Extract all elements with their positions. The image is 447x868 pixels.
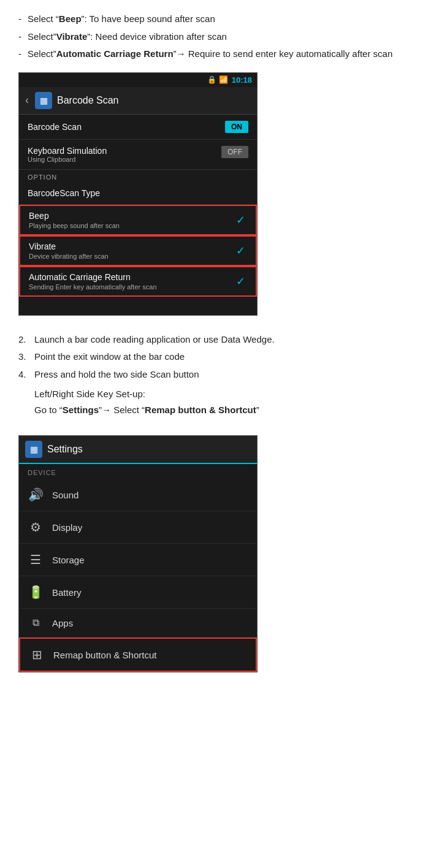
- status-bar: 🔒 📶 10:18: [19, 73, 257, 87]
- remap-label: Remap button & Shortcut: [53, 650, 156, 660]
- beep-bold: Beep: [59, 13, 82, 24]
- option-beep-sub: Playing beep sound after scan: [29, 222, 120, 229]
- numbered-steps: 2. Launch a bar code reading application…: [18, 333, 429, 382]
- option-acr-label: Automatic Carriage Return: [29, 272, 157, 282]
- apps-icon: ⧉: [28, 617, 44, 628]
- back-arrow-icon: ‹: [25, 94, 29, 107]
- display-label: Display: [52, 522, 82, 533]
- settings-item-sound[interactable]: 🔊 Sound: [19, 479, 257, 511]
- keyboard-sim-label: Keyboard Simulation: [28, 146, 107, 156]
- acr-bold: Automatic Carriage Return: [56, 48, 174, 59]
- apps-label: Apps: [52, 618, 73, 628]
- sound-label: Sound: [52, 490, 78, 500]
- phone-title-bar: ‹ ▦ Barcode Scan: [19, 87, 257, 115]
- app-icon: ▦: [35, 92, 52, 109]
- barcode-scan-row: Barcode Scan ON: [19, 115, 257, 140]
- battery-icon: 🔋: [28, 585, 44, 600]
- barcode-screen-title: Barcode Scan: [57, 95, 119, 106]
- settings-item-battery[interactable]: 🔋 Battery: [19, 576, 257, 609]
- barcode-scan-screenshot: 🔒 📶 10:18 ‹ ▦ Barcode Scan Barcode Scan …: [18, 72, 258, 316]
- battery-label: Battery: [52, 587, 82, 598]
- instruction-acr: - Select”Automatic Carriage Return”→ Req…: [18, 47, 429, 61]
- vibrate-checkbox[interactable]: ✓: [234, 244, 247, 257]
- option-vibrate[interactable]: Vibrate Device vibrating after scan ✓: [19, 235, 257, 266]
- settings-item-apps[interactable]: ⧉ Apps: [19, 609, 257, 638]
- device-header: DEVICE: [19, 464, 257, 479]
- option-vibrate-sub: Device vibrating after scan: [29, 253, 109, 260]
- option-beep-label: Beep: [29, 211, 120, 221]
- step-4: 4. Press and hold the two side Scan butt…: [18, 368, 429, 382]
- settings-title: Settings: [47, 444, 83, 455]
- step-2: 2. Launch a bar code reading application…: [18, 333, 429, 347]
- settings-item-storage[interactable]: ☰ Storage: [19, 544, 257, 576]
- settings-screenshot: ▦ Settings DEVICE 🔊 Sound ⚙ Display ☰ St…: [18, 435, 258, 672]
- option-vibrate-label: Vibrate: [29, 242, 109, 251]
- option-acr[interactable]: Automatic Carriage Return Sending Enter …: [19, 266, 257, 297]
- acr-checkbox[interactable]: ✓: [234, 275, 247, 288]
- barcode-type-row: BarcodeScan Type: [19, 182, 257, 205]
- barcode-scan-label: Barcode Scan: [28, 122, 82, 132]
- step-3: 3. Point the exit window at the bar code: [18, 350, 429, 364]
- side-key-setup: Left/Right Side Key Set-up:: [34, 387, 429, 402]
- option-acr-sub: Sending Enter key automatically after sc…: [29, 283, 157, 291]
- settings-nav-instruction: Go to “Settings”→ Select “Remap button &…: [34, 403, 429, 417]
- barcode-scan-toggle[interactable]: ON: [225, 121, 248, 133]
- keyboard-sim-row: Keyboard Simulation Using Clipboard OFF: [19, 140, 257, 170]
- settings-app-icon: ▦: [25, 441, 42, 458]
- vibrate-bold: Vibrate: [56, 31, 88, 42]
- barcode-type-label: BarcodeScan Type: [28, 188, 100, 198]
- keyboard-sim-toggle[interactable]: OFF: [221, 146, 248, 158]
- storage-icon: ☰: [28, 552, 44, 567]
- option-header: OPTION: [19, 170, 257, 182]
- keyboard-sim-sub: Using Clipboard: [28, 156, 107, 163]
- screen-bottom-padding: [19, 297, 257, 315]
- settings-title-bar: ▦ Settings: [19, 436, 257, 464]
- beep-checkbox[interactable]: ✓: [234, 213, 247, 227]
- option-beep[interactable]: Beep Playing beep sound after scan ✓: [19, 205, 257, 235]
- remap-icon: ⊞: [29, 647, 45, 662]
- settings-item-remap[interactable]: ⊞ Remap button & Shortcut: [19, 638, 257, 672]
- settings-item-display[interactable]: ⚙ Display: [19, 511, 257, 544]
- sound-icon: 🔊: [28, 487, 44, 502]
- storage-label: Storage: [52, 555, 85, 565]
- status-time: 10:18: [232, 75, 252, 85]
- instruction-vibrate: - Select”Vibrate”: Need device vibration…: [18, 30, 429, 44]
- top-instructions: - Select “Beep”: To have beep sound afte…: [18, 12, 429, 61]
- status-icons: 🔒 📶: [207, 75, 227, 84]
- instruction-beep: - Select “Beep”: To have beep sound afte…: [18, 12, 429, 26]
- display-icon: ⚙: [28, 520, 44, 535]
